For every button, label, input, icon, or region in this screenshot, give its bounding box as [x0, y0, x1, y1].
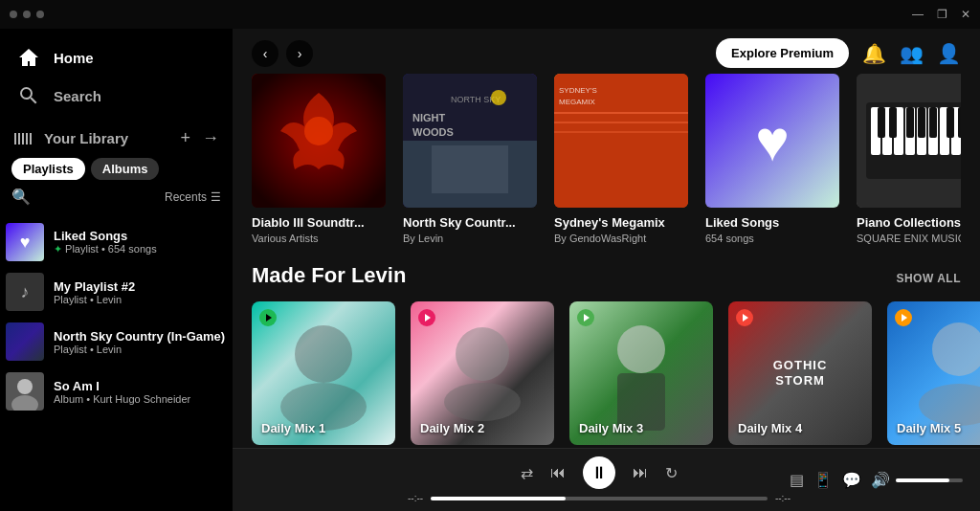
volume-icon[interactable]: 🔊	[871, 471, 890, 489]
tab-playlists[interactable]: Playlists	[11, 158, 85, 180]
previous-button[interactable]: ⏮	[550, 464, 566, 481]
card-sydney[interactable]: SYDNEY'S MEGAMIX Sydney's Megamix By Gen…	[554, 74, 688, 244]
forward-button[interactable]: ›	[286, 40, 313, 67]
daily-card-5[interactable]: Daily Mix 5 Daily Mix 5 Darren Korb, Chr…	[887, 301, 980, 448]
search-label: Search	[54, 88, 101, 104]
player-center: ⇄ ⏮ ⏸ ⏭ ↻ --:-- --:--	[408, 456, 791, 503]
back-button[interactable]: ‹	[252, 40, 278, 67]
card-subtitle: By GendoWasRight	[554, 233, 688, 244]
daily-card-3[interactable]: Daily Mix 3 Daily Mix 3 Darren Ang, Mich…	[569, 301, 713, 448]
titlebar-dot-1	[10, 11, 17, 18]
daily-card-4[interactable]: GOTHICSTORM Daily Mix 4 Daily Mix 4 Goth…	[728, 301, 872, 448]
volume-track[interactable]	[896, 478, 963, 482]
dm4-label: Daily Mix 4	[738, 421, 802, 435]
maximize-button[interactable]: ❐	[937, 8, 947, 21]
library-header: Your Library + →	[11, 126, 221, 150]
list-item[interactable]: ♥ Liked Songs ✦ Playlist • 654 songs	[0, 217, 233, 267]
progress-track[interactable]	[431, 497, 768, 500]
card-title: Diablo III Soundtr...	[252, 215, 386, 230]
card-piano[interactable]: Piano Collections... SQUARE ENIX MUSIC	[857, 74, 961, 244]
card-northsky[interactable]: NIGHT WOODS NORTH SKY North Sky Countr..…	[403, 74, 537, 244]
svg-point-1	[11, 395, 38, 411]
expand-library-button[interactable]: →	[200, 126, 221, 150]
queue-button[interactable]: ▤	[790, 471, 804, 489]
sidebar-item-home[interactable]: Home	[11, 38, 221, 77]
devices-button[interactable]: 📱	[813, 471, 833, 489]
svg-rect-15	[554, 122, 688, 123]
card-title: Liked Songs	[705, 215, 839, 230]
card-liked-songs[interactable]: ♥ Liked Songs 654 songs	[705, 74, 839, 244]
explore-premium-button[interactable]: Explore Premium	[716, 38, 849, 68]
volume-control[interactable]: 🔊	[871, 471, 963, 489]
main-layout: Home Search Your Library + →	[0, 29, 980, 511]
list-item[interactable]: So Am I Album • Kurt Hugo Schneider	[0, 367, 233, 416]
sidebar-item-search[interactable]: Search	[11, 77, 221, 115]
your-library-button[interactable]: Your Library	[11, 127, 128, 150]
daily-mix-2-thumb: Daily Mix 2	[411, 301, 554, 445]
library-header-right: + →	[178, 126, 221, 150]
recents-button[interactable]: Recents ☰	[165, 190, 221, 204]
playlist-info: So Am I Album • Kurt Hugo Schneider	[54, 379, 227, 405]
card-title: Piano Collections...	[857, 215, 961, 230]
svg-rect-32	[929, 107, 937, 138]
dm3-label: Daily Mix 3	[579, 421, 643, 435]
titlebar-controls: — ❐ ✕	[912, 8, 970, 21]
playlist-info: My Playlist #2 Playlist • Levin	[54, 279, 227, 305]
daily-card-1[interactable]: Daily Mix 1 Daily Mix 1 Josh Whelchel, K…	[252, 301, 395, 448]
main-content: ‹ › Explore Premium 🔔 👥 👤	[233, 29, 980, 511]
sidebar: Home Search Your Library + →	[0, 29, 233, 511]
card-diablo[interactable]: Diablo III Soundtr... Various Artists	[252, 74, 386, 244]
playlist-info: Liked Songs ✦ Playlist • 654 songs	[54, 229, 227, 256]
card-title: North Sky Countr...	[403, 215, 537, 230]
repeat-button[interactable]: ↻	[665, 464, 678, 482]
card-subtitle: 654 songs	[705, 233, 839, 244]
titlebar-dot-3	[36, 11, 44, 18]
player-bar: ⇄ ⏮ ⏸ ⏭ ↻ --:-- --:-- ▤ 📱 💬	[233, 448, 980, 511]
next-button[interactable]: ⏭	[633, 464, 648, 481]
svg-point-36	[295, 325, 352, 383]
show-all-button[interactable]: Show all	[896, 272, 961, 285]
svg-point-0	[17, 379, 33, 394]
friends-icon[interactable]: 👥	[900, 42, 924, 65]
playlist-name: North Sky Country (In-Game)	[54, 329, 227, 344]
playlist-name: My Playlist #2	[54, 279, 227, 294]
add-library-button[interactable]: +	[178, 126, 192, 150]
search-icon	[17, 84, 40, 107]
profile-icon[interactable]: 👤	[937, 42, 961, 65]
svg-rect-14	[554, 112, 688, 114]
playlist-meta: Playlist • Levin	[54, 344, 227, 355]
svg-point-40	[444, 383, 521, 421]
shuffle-button[interactable]: ⇄	[521, 464, 533, 482]
playlist-meta: Album • Kurt Hugo Schneider	[54, 393, 227, 405]
daily-mix-1-thumb: Daily Mix 1	[252, 301, 395, 445]
progress-bar[interactable]: --:-- --:--	[408, 493, 791, 503]
sidebar-library: Your Library + → Playlists Albums 🔍 Rece…	[0, 121, 233, 217]
svg-point-46	[932, 322, 980, 376]
close-button[interactable]: ✕	[961, 8, 970, 21]
lyrics-button[interactable]: 💬	[842, 471, 861, 489]
notifications-icon[interactable]: 🔔	[862, 42, 886, 65]
dm5-label: Daily Mix 5	[897, 421, 961, 435]
content-scroll[interactable]: Diablo III Soundtr... Various Artists NI…	[233, 74, 980, 448]
play-pause-button[interactable]: ⏸	[583, 456, 615, 489]
titlebar-dots	[10, 11, 44, 18]
svg-rect-16	[554, 131, 688, 133]
svg-point-47	[919, 384, 980, 426]
svg-rect-30	[906, 107, 914, 138]
card-subtitle: Various Artists	[252, 233, 386, 244]
tab-albums[interactable]: Albums	[91, 158, 160, 180]
svg-point-39	[456, 327, 509, 381]
svg-point-3	[304, 117, 333, 145]
list-item[interactable]: North Sky Country (In-Game) Playlist • L…	[0, 317, 233, 367]
nav-arrows: ‹ ›	[252, 40, 313, 67]
list-item[interactable]: ♪ My Playlist #2 Playlist • Levin	[0, 267, 233, 317]
playlist-meta-text: Playlist • 654 songs	[65, 243, 157, 255]
svg-text:NIGHT: NIGHT	[412, 112, 446, 123]
progress-start: --:--	[408, 493, 423, 503]
svg-marker-44	[743, 314, 748, 322]
daily-card-2[interactable]: Daily Mix 2 Daily Mix 2 ROZEN, Nobuo Uem…	[411, 301, 554, 448]
svg-text:SYDNEY'S: SYDNEY'S	[559, 86, 597, 95]
svg-rect-28	[878, 107, 885, 138]
minimize-button[interactable]: —	[912, 8, 924, 21]
library-search-button[interactable]: 🔍	[11, 188, 31, 206]
